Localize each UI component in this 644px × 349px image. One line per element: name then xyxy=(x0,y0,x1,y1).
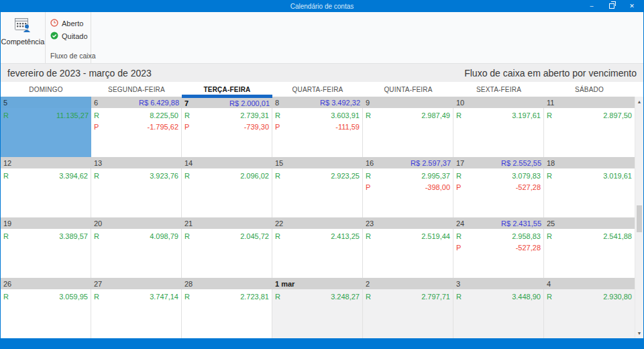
line-type-label: P xyxy=(184,123,189,131)
calendar-day-cell[interactable]: 14R2.096,02 xyxy=(182,157,272,217)
line-type-label: R xyxy=(366,293,371,301)
calendar-day-cell[interactable]: 25R2.541,88 xyxy=(544,217,635,278)
day-header: 15 xyxy=(272,157,363,168)
vertical-scrollbar[interactable]: ▲ ▼ xyxy=(635,97,643,338)
day-number: 2 xyxy=(366,280,370,288)
ribbon-group-label: Fluxo de caixa xyxy=(50,52,89,62)
minimize-button[interactable]: – xyxy=(582,0,602,12)
day-header: 25 xyxy=(544,217,635,229)
calendar-day-cell[interactable]: 7R$ 2.000,01R2.739,31P-739,30 xyxy=(182,97,272,157)
day-body: R3.448,90 xyxy=(453,289,544,338)
calendar-day-cell[interactable]: 23R2.519,44 xyxy=(363,217,453,278)
line-type-label: R xyxy=(94,111,99,119)
weekday-header: SÁBADO xyxy=(544,82,635,97)
line-amount: 2.995,37 xyxy=(421,172,450,180)
day-number: 6 xyxy=(94,99,98,107)
line-type-label: R xyxy=(547,232,552,240)
calendar-day-cell[interactable]: 21R2.045,72 xyxy=(182,217,272,278)
line-amount: 3.603,91 xyxy=(331,111,360,119)
line-type-label: R xyxy=(94,293,99,301)
day-body: R2.723,81 xyxy=(182,289,272,338)
restore-button[interactable] xyxy=(602,0,622,12)
line-amount: 2.923,25 xyxy=(331,172,360,180)
payment-line: P-527,28 xyxy=(456,242,541,253)
calendar-day-cell[interactable]: 4R2.930,80 xyxy=(544,278,635,338)
line-type-label: R xyxy=(184,111,190,119)
line-amount: 2.930,80 xyxy=(603,293,632,301)
day-header: 12 xyxy=(1,157,91,168)
payment-line: P-111,59 xyxy=(275,121,360,132)
calendar-day-cell[interactable]: 10R3.197,61 xyxy=(453,97,544,157)
scroll-down-icon[interactable]: ▼ xyxy=(635,328,643,338)
day-body: R2.541,88 xyxy=(544,229,635,278)
calendar-day-cell[interactable]: 12R3.394,62 xyxy=(1,157,91,217)
calendar-day-cell[interactable]: 16R$ 2.597,37R2.995,37P-398,00 xyxy=(363,157,453,217)
calendar-day-cell[interactable]: 8R$ 3.492,32R3.603,91P-111,59 xyxy=(272,97,363,157)
calendar-day-cell[interactable]: 15R2.923,25 xyxy=(272,157,363,217)
weekday-header-row: DOMINGOSEGUNDA-FEIRATERÇA-FEIRAQUARTA-FE… xyxy=(1,82,643,97)
calendar-day-cell[interactable]: 20R4.098,79 xyxy=(91,217,182,278)
receipt-line: R3.079,83 xyxy=(456,170,541,181)
line-amount: 2.987,49 xyxy=(421,111,450,119)
calendar-day-cell[interactable]: 5R11.135,27 xyxy=(1,97,91,157)
scroll-up-icon[interactable]: ▲ xyxy=(635,97,643,107)
titlebar[interactable]: Calendário de contas – ✕ xyxy=(1,0,643,12)
receipt-line: R3.248,27 xyxy=(275,291,360,302)
calendar-day-cell[interactable]: 9R2.987,49 xyxy=(363,97,453,157)
calendar-day-cell[interactable]: 22R2.413,25 xyxy=(272,217,363,278)
calendar-day-cell[interactable]: 26R3.059,95 xyxy=(1,278,91,338)
calendar-day-cell[interactable]: 1 marR3.248,27 xyxy=(272,278,363,338)
line-amount: 2.045,72 xyxy=(240,232,269,240)
calendar-day-cell[interactable]: 27R3.747,14 xyxy=(91,278,182,338)
legend-quitado-label: Quitado xyxy=(62,32,88,40)
weekday-label: SEGUNDA-FEIRA xyxy=(108,86,165,93)
line-type-label: R xyxy=(3,232,9,240)
calendar-day-cell[interactable]: 17R$ 2.552,55R3.079,83P-527,28 xyxy=(453,157,544,217)
day-body: R2.958,83P-527,28 xyxy=(453,229,544,278)
line-type-label: P xyxy=(94,123,99,131)
competencia-button[interactable]: Competência xyxy=(1,17,45,46)
line-amount: 2.541,88 xyxy=(603,232,632,240)
calendar-day-cell[interactable]: 24R$ 2.431,55R2.958,83P-527,28 xyxy=(453,217,544,278)
check-icon xyxy=(50,32,58,41)
day-body: R2.987,49 xyxy=(363,108,453,157)
day-header: 19 xyxy=(1,217,91,229)
close-button[interactable]: ✕ xyxy=(622,0,642,12)
calendar-day-cell[interactable]: 18R3.019,61 xyxy=(544,157,635,217)
receipt-line: R2.987,49 xyxy=(366,109,450,121)
day-number: 16 xyxy=(366,159,374,167)
receipt-line: R3.747,14 xyxy=(94,291,178,302)
line-amount: -527,28 xyxy=(516,183,541,191)
receipt-line: R4.098,79 xyxy=(94,230,178,242)
weekday-header: SEXTA-FEIRA xyxy=(453,82,544,97)
line-type-label: R xyxy=(456,293,462,301)
calendar-day-cell[interactable]: 3R3.448,90 xyxy=(453,278,544,338)
calendar-day-cell[interactable]: 2R2.797,71 xyxy=(363,278,453,338)
line-amount: 2.413,25 xyxy=(331,232,360,240)
receipt-line: R11.135,27 xyxy=(3,109,89,121)
day-header: 11 xyxy=(544,97,635,108)
weekday-label: QUARTA-FEIRA xyxy=(292,86,343,93)
day-body: R3.389,57 xyxy=(1,229,91,278)
app-window: Calendário de contas – ✕ xyxy=(0,0,644,349)
receipt-line: R3.197,61 xyxy=(456,109,541,121)
day-header: 1 mar xyxy=(272,278,363,289)
line-amount: 4.098,79 xyxy=(150,232,178,240)
calendar-day-cell[interactable]: 19R3.389,57 xyxy=(1,217,91,278)
day-number: 26 xyxy=(3,280,11,288)
line-amount: -527,28 xyxy=(516,244,541,252)
line-type-label: R xyxy=(456,111,462,119)
line-type-label: R xyxy=(94,232,99,240)
day-header: 21 xyxy=(182,217,272,229)
receipt-line: R2.723,81 xyxy=(184,291,269,302)
day-number: 4 xyxy=(547,280,551,288)
scrollbar-thumb[interactable] xyxy=(637,205,642,232)
calendar-day-cell[interactable]: 6R$ 6.429,88R8.225,50P-1.795,62 xyxy=(91,97,182,157)
day-body: R3.019,61 xyxy=(544,168,635,217)
receipt-line: R3.923,76 xyxy=(94,170,178,181)
legend-aberto-label: Aberto xyxy=(62,19,83,28)
calendar-day-cell[interactable]: 28R2.723,81 xyxy=(182,278,272,338)
day-body: R3.747,14 xyxy=(91,289,182,338)
calendar-day-cell[interactable]: 13R3.923,76 xyxy=(91,157,182,217)
calendar-day-cell[interactable]: 11R2.897,50 xyxy=(544,97,635,157)
